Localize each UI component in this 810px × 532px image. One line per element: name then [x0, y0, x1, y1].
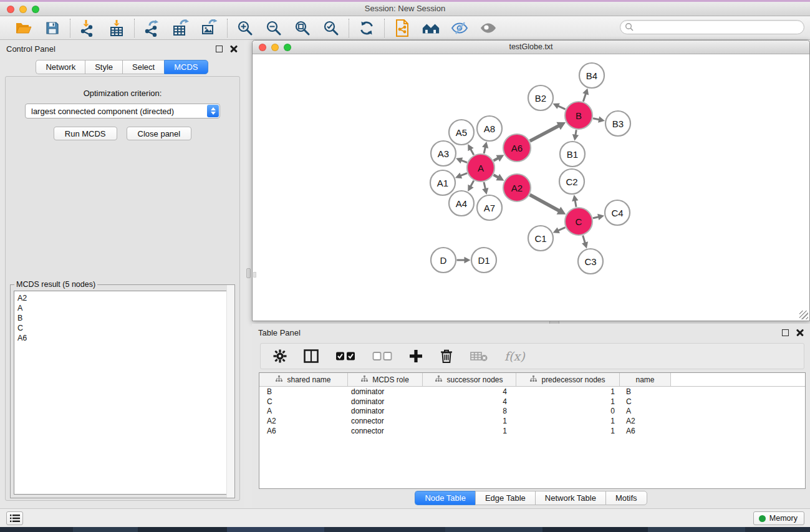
tab-node-table[interactable]: Node Table — [415, 491, 475, 505]
zoom-out-icon[interactable] — [264, 19, 283, 37]
table-cell: 8 — [423, 407, 516, 415]
tab-mcds[interactable]: MCDS — [164, 60, 208, 74]
graph-node-label: D — [440, 255, 447, 266]
mcds-result-list[interactable]: A2ABCA6 — [14, 291, 231, 495]
search-field[interactable] — [620, 20, 804, 34]
export-network-icon[interactable] — [143, 19, 162, 37]
network-canvas[interactable]: B4B2BB3A8A5A6A3B1AC2A1A2A4A7C4CC1C3DD1 — [253, 54, 809, 321]
export-table-icon[interactable] — [171, 19, 190, 37]
table-cell: 4 — [423, 387, 516, 396]
open-session-icon[interactable] — [14, 19, 33, 37]
network-view-window: testGlobe.txt B4B2BB3A8A5A6A3B1AC2A1A2A4… — [252, 40, 810, 321]
split-view-icon[interactable] — [304, 349, 319, 363]
refresh-icon[interactable] — [357, 19, 376, 37]
graph-edge[interactable] — [557, 105, 566, 109]
tab-network[interactable]: Network — [36, 60, 85, 74]
zoom-window-button[interactable] — [32, 6, 39, 13]
column-header[interactable]: successor nodes — [423, 373, 516, 386]
tab-style[interactable]: Style — [85, 60, 122, 74]
graph-edge[interactable] — [557, 228, 566, 231]
memory-status-icon — [759, 515, 766, 522]
status-bar: Memory — [0, 508, 810, 527]
deselect-all-icon[interactable] — [372, 351, 392, 361]
hide-selected-icon[interactable] — [450, 19, 469, 37]
select-all-icon[interactable] — [335, 351, 355, 361]
column-header[interactable]: name — [620, 373, 671, 386]
tab-network-table[interactable]: Network Table — [535, 491, 605, 505]
tab-select[interactable]: Select — [122, 60, 164, 74]
float-table-panel-icon[interactable] — [782, 329, 789, 336]
tab-edge-table[interactable]: Edge Table — [475, 491, 535, 505]
first-neighbors-icon[interactable] — [422, 19, 440, 37]
graph-edge[interactable] — [530, 195, 560, 211]
network-graph[interactable]: B4B2BB3A8A5A6A3B1AC2A1A2A4A7C4CC1C3DD1 — [253, 54, 809, 321]
task-history-button[interactable] — [6, 511, 23, 525]
result-item[interactable]: A2 — [17, 293, 231, 303]
criterion-dropdown[interactable]: largest connected component (directed) — [25, 104, 220, 118]
save-session-icon[interactable] — [43, 19, 62, 37]
graph-node-label: A3 — [438, 148, 449, 159]
graph-edge[interactable] — [583, 93, 586, 102]
edge-arrowhead — [572, 134, 579, 141]
delete-table-icon[interactable] — [470, 351, 488, 362]
memory-button[interactable]: Memory — [753, 511, 804, 525]
table-cell: 1 — [516, 427, 620, 435]
column-header[interactable]: MCDS role — [348, 373, 423, 386]
result-item[interactable]: C — [17, 323, 231, 333]
table-row[interactable]: Cdominator41C — [259, 397, 805, 407]
minimize-network-window-button[interactable] — [271, 44, 279, 51]
export-image-icon[interactable] — [200, 19, 219, 37]
close-table-panel-icon[interactable] — [796, 329, 804, 336]
close-panel-button[interactable]: Close panel — [127, 127, 192, 140]
column-tree-icon — [276, 375, 282, 384]
result-item[interactable]: B — [17, 313, 231, 323]
result-scrollbar[interactable] — [226, 285, 234, 498]
table-cell: dominator — [348, 407, 423, 415]
desktop-edge-bottom — [0, 527, 810, 532]
zoom-fit-icon[interactable] — [293, 19, 312, 37]
import-network-icon[interactable] — [79, 19, 97, 37]
run-mcds-button[interactable]: Run MCDS — [54, 127, 117, 140]
graph-node-label: C1 — [534, 233, 546, 244]
column-header[interactable]: predecessor nodes — [516, 373, 620, 386]
table-panel-header: Table Panel — [252, 324, 810, 341]
graph-node-label: B4 — [586, 70, 597, 81]
result-item[interactable]: A — [17, 303, 231, 313]
search-input[interactable] — [634, 21, 804, 34]
import-table-icon[interactable] — [107, 19, 126, 37]
tab-motifs[interactable]: Motifs — [605, 491, 647, 505]
graph-node-label: A2 — [511, 183, 523, 193]
close-panel-icon[interactable] — [230, 45, 238, 52]
search-icon — [625, 22, 634, 32]
table-row[interactable]: A2connector11A2 — [259, 416, 805, 426]
settings-gear-icon[interactable] — [273, 349, 287, 363]
minimize-window-button[interactable] — [19, 6, 27, 13]
table-cell: 1 — [423, 417, 516, 425]
float-panel-icon[interactable] — [216, 46, 223, 52]
table-row[interactable]: A6connector11A6 — [259, 426, 805, 436]
network-window-titlebar[interactable]: testGlobe.txt — [253, 41, 809, 54]
graph-edge[interactable] — [583, 236, 586, 244]
result-item[interactable]: A6 — [17, 333, 231, 343]
column-header[interactable]: shared name — [259, 373, 348, 386]
zoom-network-window-button[interactable] — [284, 44, 291, 51]
zoom-in-icon[interactable] — [236, 19, 254, 37]
canvas-edge-mark — [253, 272, 256, 278]
new-network-from-file-icon[interactable] — [393, 19, 412, 37]
function-builder-icon[interactable]: f(x) — [504, 349, 525, 363]
window-resize-grip[interactable] — [799, 311, 808, 319]
table-row[interactable]: Adominator80A — [259, 407, 805, 417]
table-row[interactable]: Bdominator41B — [259, 387, 805, 397]
show-all-icon[interactable] — [479, 19, 498, 37]
column-tree-icon — [361, 375, 368, 384]
zoom-selected-icon[interactable] — [322, 19, 340, 37]
graph-edge[interactable] — [530, 125, 560, 141]
control-panel-header: Control Panel — [0, 40, 244, 57]
close-window-button[interactable] — [7, 6, 14, 13]
delete-icon[interactable] — [440, 349, 453, 364]
table-header-row: shared nameMCDS rolesuccessor nodesprede… — [259, 373, 805, 387]
add-column-icon[interactable] — [409, 349, 423, 363]
close-network-window-button[interactable] — [259, 44, 266, 51]
graph-node-label: C — [576, 216, 582, 227]
panel-divider-grip[interactable] — [246, 268, 251, 278]
